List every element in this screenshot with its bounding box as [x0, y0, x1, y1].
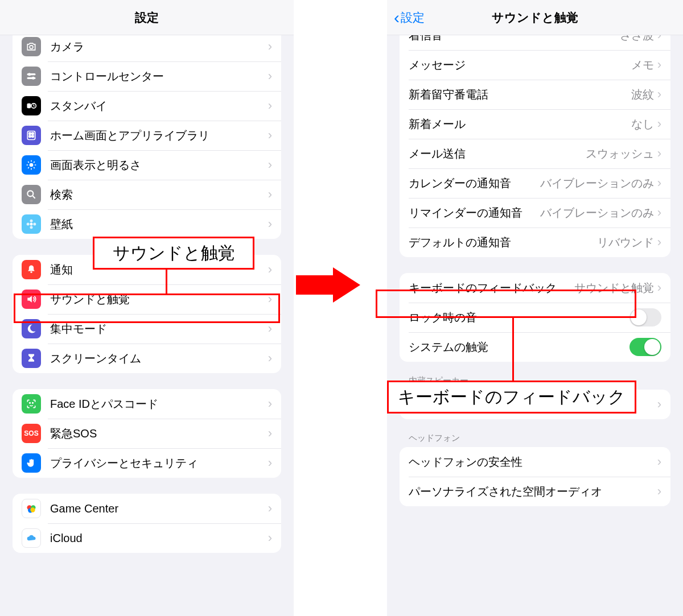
navbar-title: サウンドと触覚 [492, 10, 578, 26]
chevron-right-icon: › [657, 206, 661, 219]
search-icon [22, 185, 41, 204]
row-icloud[interactable]: iCloud› [13, 523, 281, 553]
chevron-right-icon: › [268, 502, 272, 515]
sos-icon: SOS [22, 424, 41, 443]
section-header: ヘッドフォン [400, 419, 670, 447]
svg-point-0 [30, 46, 33, 49]
chevron-left-icon: ‹ [394, 9, 400, 26]
row-privacy[interactable]: プライバシーとセキュリティ› [13, 448, 281, 478]
arrow-icon [296, 267, 364, 303]
chevron-right-icon: › [657, 59, 661, 71]
row-value: メモ [631, 57, 654, 73]
chevron-right-icon: › [657, 35, 661, 42]
row-control[interactable]: コントロールセンター› [13, 61, 281, 91]
row-value: スウォッシュ [586, 146, 654, 162]
row-message[interactable]: メッセージメモ› [400, 50, 670, 80]
row-label: ヘッドフォンの安全性 [409, 454, 657, 470]
row-wallpaper[interactable]: 壁紙› [13, 209, 281, 239]
row-value: リバウンド [597, 235, 654, 250]
row-label: Face IDとパスコード [50, 396, 268, 412]
row-standby[interactable]: スタンバイ› [13, 91, 281, 121]
svg-point-17 [27, 223, 30, 226]
standby-icon [22, 96, 41, 115]
row-screen[interactable]: スクリーンタイム› [13, 344, 281, 373]
row-label: カレンダーの通知音 [409, 176, 540, 191]
row-camera[interactable]: カメラ› [13, 35, 281, 61]
row-faceid[interactable]: Face IDとパスコード› [13, 389, 281, 419]
row-label: サウンドと触覚 [50, 292, 268, 307]
chevron-right-icon: › [657, 456, 661, 468]
row-vol-limit[interactable]: 音量制限› [400, 390, 670, 419]
svg-point-15 [30, 220, 33, 222]
row-home[interactable]: ホーム画面とアプリライブラリ› [13, 121, 281, 150]
chevron-right-icon: › [657, 88, 661, 101]
row-label: システムの触覚 [409, 340, 629, 355]
row-value: バイブレーションのみ [540, 205, 654, 221]
sound-group: キーボードのフィードバックサウンドと触覚›ロック時の音システムの触覚 [400, 273, 670, 362]
row-label: Game Center [50, 502, 268, 515]
settings-screen: 設定 カメラ›コントロールセンター›スタンバイ›ホーム画面とアプリライブラリ›画… [0, 0, 294, 616]
flower-icon [22, 214, 41, 234]
row-label: スタンバイ [50, 98, 268, 114]
row-value: サウンドと触覚 [574, 280, 654, 296]
row-gamecenter[interactable]: Game Center› [13, 494, 281, 523]
svg-rect-11 [32, 135, 34, 137]
row-voicemail[interactable]: 新着留守番電話波紋› [400, 80, 670, 109]
settings-group: 通知›サウンドと触覚›集中モード›スクリーンタイム› [13, 255, 281, 373]
sound-screen: ‹ 設定 サウンドと触覚 着信音さざ波›メッセージメモ›新着留守番電話波紋›新着… [387, 0, 683, 616]
moon-icon [22, 319, 41, 338]
hourglass-icon [22, 349, 41, 368]
chevron-right-icon: › [268, 159, 272, 171]
row-ringtone[interactable]: 着信音さざ波› [400, 35, 670, 50]
brightness-icon [22, 155, 41, 175]
navbar-right: ‹ 設定 サウンドと触覚 [387, 0, 683, 35]
svg-point-4 [32, 77, 35, 80]
chevron-right-icon: › [657, 236, 661, 249]
section-header: 内蔵スピーカー [400, 362, 670, 390]
row-default[interactable]: デフォルトの通知音リバウンド› [400, 228, 670, 257]
settings-group: Face IDとパスコード›SOS緊急SOS›プライバシーとセキュリティ› [13, 389, 281, 478]
row-display[interactable]: 画面表示と明るさ› [13, 150, 281, 180]
row-locksound[interactable]: ロック時の音 [400, 303, 670, 332]
back-button[interactable]: ‹ 設定 [390, 0, 428, 35]
row-reminder[interactable]: リマインダーの通知音バイブレーションのみ› [400, 198, 670, 228]
navbar-title: 設定 [135, 10, 159, 26]
svg-rect-5 [27, 104, 31, 108]
row-spatial[interactable]: パーソナライズされた空間オーディオ› [400, 477, 670, 506]
row-focus[interactable]: 集中モード› [13, 314, 281, 344]
row-keyboard[interactable]: キーボードのフィードバックサウンドと触覚› [400, 273, 670, 303]
row-label: プライバシーとセキュリティ [50, 456, 268, 471]
row-sendmail[interactable]: メール送信スウォッシュ› [400, 139, 670, 168]
row-label: 画面表示と明るさ [50, 158, 268, 173]
chevron-right-icon: › [268, 70, 272, 82]
row-label: キーボードのフィードバック [409, 280, 574, 296]
svg-point-18 [33, 223, 36, 226]
row-label: コントロールセンター [50, 69, 268, 84]
row-label: パーソナライズされた空間オーディオ [409, 484, 657, 499]
chevron-right-icon: › [268, 263, 272, 276]
row-label: メール送信 [409, 146, 586, 162]
svg-point-16 [30, 226, 33, 229]
row-value: 波紋 [631, 87, 654, 102]
row-label: スクリーンタイム [50, 351, 268, 366]
row-notif[interactable]: 通知› [13, 255, 281, 284]
settings-group: カメラ›コントロールセンター›スタンバイ›ホーム画面とアプリライブラリ›画面表示… [13, 35, 281, 239]
row-label: ロック時の音 [409, 310, 629, 325]
row-sos[interactable]: SOS緊急SOS› [13, 419, 281, 448]
svg-point-25 [30, 507, 35, 512]
row-label: 新着メール [409, 117, 631, 132]
speaker-icon [22, 290, 41, 309]
sound-group: 音量制限› [400, 390, 670, 419]
chevron-right-icon: › [657, 485, 661, 498]
row-haptics[interactable]: システムの触覚 [400, 332, 670, 362]
row-sound[interactable]: サウンドと触覚› [13, 284, 281, 314]
row-headphone-safety[interactable]: ヘッドフォンの安全性› [400, 447, 670, 477]
row-search[interactable]: 検索› [13, 180, 281, 209]
chevron-right-icon: › [268, 323, 272, 335]
chevron-right-icon: › [268, 293, 272, 305]
toggle[interactable] [629, 338, 661, 356]
svg-point-12 [30, 163, 34, 167]
row-newmail[interactable]: 新着メールなし› [400, 109, 670, 139]
toggle[interactable] [629, 308, 661, 326]
row-calendar[interactable]: カレンダーの通知音バイブレーションのみ› [400, 168, 670, 198]
